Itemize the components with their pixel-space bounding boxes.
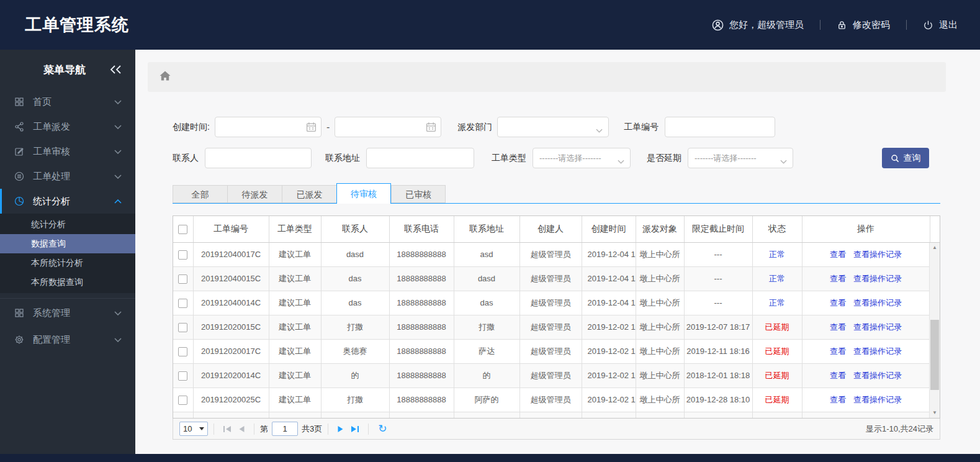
sidebar-item-process[interactable]: 工单处理	[0, 164, 135, 189]
change-password-button[interactable]: 修改密码	[837, 19, 890, 31]
tab-reviewed[interactable]: 已审核	[391, 185, 446, 203]
created-time-start-input[interactable]	[215, 117, 321, 137]
row-checkbox[interactable]	[178, 347, 187, 356]
row-checkbox[interactable]	[178, 299, 187, 308]
cell-type: 建议工单	[269, 339, 321, 363]
search-icon	[891, 154, 899, 163]
cell-created: 2019-12-02 17	[582, 387, 636, 412]
chevron-down-icon	[114, 174, 122, 179]
top-right-menu: 您好，超级管理员 修改密码 退出	[712, 19, 958, 31]
dispatch-dept-select[interactable]	[497, 117, 609, 137]
tab-all[interactable]: 全部	[173, 185, 227, 203]
first-page-button[interactable]	[223, 425, 232, 433]
user-greeting: 您好，超级管理员	[712, 19, 804, 31]
cell-deadline: 2019-12-28 18:10	[684, 387, 752, 412]
is-delayed-label: 是否延期	[647, 153, 681, 164]
cell-creator: 超级管理员	[519, 363, 582, 387]
table-row: 201912020014C建议工单的18888888888的超级管理员2019-…	[173, 363, 940, 387]
divider	[906, 20, 907, 30]
cell-address: asd	[454, 242, 519, 266]
view-log-link[interactable]: 查看操作记录	[853, 346, 902, 356]
tab-to-dispatch[interactable]: 待派发	[227, 185, 282, 203]
chevron-down-icon	[114, 150, 122, 154]
view-log-link[interactable]: 查看操作记录	[853, 371, 902, 380]
view-log-link[interactable]: 查看操作记录	[853, 250, 902, 259]
pie-chart-icon	[14, 196, 24, 206]
row-checkbox[interactable]	[178, 371, 187, 381]
statistics-submenu: 统计分析 数据查询 本所统计分析 本所数据查询	[0, 214, 135, 293]
cell-target: 墩上中心所	[636, 339, 684, 363]
view-link[interactable]: 查看	[830, 298, 846, 307]
range-separator: -	[326, 122, 330, 133]
cell-actions: 查看查看操作记录	[802, 387, 930, 412]
cell-contact: 打撒	[321, 315, 389, 339]
collapse-sidebar-icon[interactable]	[109, 65, 122, 74]
view-log-link[interactable]: 查看操作记录	[853, 395, 902, 404]
view-link[interactable]: 查看	[830, 395, 846, 404]
sidebar-subitem-statistics[interactable]: 统计分析	[0, 215, 135, 234]
sidebar-item-dispatch[interactable]: 工单派发	[0, 114, 135, 139]
select-all-checkbox[interactable]	[178, 225, 187, 234]
view-link[interactable]: 查看	[830, 274, 846, 283]
next-page-button[interactable]	[337, 425, 344, 433]
sidebar-subitem-local-statistics[interactable]: 本所统计分析	[0, 253, 135, 273]
search-button[interactable]: 查询	[882, 148, 929, 168]
col-header: 联系地址	[454, 216, 519, 242]
chevron-up-icon	[114, 199, 122, 204]
view-log-link[interactable]: 查看操作记录	[853, 322, 902, 332]
sidebar-item-config[interactable]: 配置管理	[0, 327, 135, 352]
col-header: 创建人	[519, 216, 582, 242]
prev-page-button[interactable]	[238, 425, 245, 433]
col-header: 联系人	[321, 216, 389, 242]
page-size-select[interactable]: 10	[179, 422, 208, 436]
tab-pending-review[interactable]: 待审核	[336, 183, 391, 204]
scrollbar-thumb[interactable]	[930, 320, 939, 390]
calendar-icon[interactable]	[306, 122, 317, 135]
view-link[interactable]: 查看	[830, 346, 846, 356]
cell-phone: 18888888888	[389, 387, 454, 412]
view-link[interactable]: 查看	[830, 371, 846, 380]
cell-target: 墩上中心所	[636, 315, 684, 339]
last-page-button[interactable]	[351, 425, 359, 433]
refresh-icon[interactable]: ↻	[378, 424, 387, 434]
cell-target: 墩上中心所	[636, 266, 684, 291]
sidebar-item-home[interactable]: 首页	[0, 89, 135, 114]
row-checkbox[interactable]	[178, 396, 187, 405]
scroll-up-icon[interactable]: ▲	[930, 243, 940, 253]
edit-icon	[14, 147, 24, 156]
cell-phone: 18888888888	[389, 363, 454, 387]
logout-button[interactable]: 退出	[923, 19, 958, 31]
view-log-link[interactable]: 查看操作记录	[853, 274, 902, 283]
created-time-end-wrap	[335, 117, 441, 137]
scroll-down-icon[interactable]: ▼	[930, 408, 940, 418]
page-number-input[interactable]	[272, 422, 298, 436]
vertical-scrollbar[interactable]: ▲ ▼	[929, 243, 940, 418]
sidebar-subitem-data-query[interactable]: 数据查询	[0, 234, 135, 253]
created-time-end-input[interactable]	[335, 117, 441, 137]
sidebar-item-system[interactable]: 系统管理	[0, 298, 135, 327]
view-log-link[interactable]: 查看操作记录	[853, 298, 902, 307]
home-icon[interactable]	[159, 70, 171, 84]
calendar-icon[interactable]	[426, 122, 436, 135]
sidebar-item-statistics[interactable]: 统计分析	[0, 189, 135, 214]
col-header: 联系电话	[389, 216, 454, 242]
row-checkbox[interactable]	[178, 323, 187, 332]
view-link[interactable]: 查看	[830, 250, 846, 259]
sidebar-item-review[interactable]: 工单审核	[0, 139, 135, 164]
cell-type: 建议工单	[269, 363, 321, 387]
sidebar-subitem-local-data-query[interactable]: 本所数据查询	[0, 273, 135, 292]
cell-id: 201912020014C	[193, 363, 269, 387]
order-type-select[interactable]: -------请选择-------	[533, 148, 631, 168]
contact-address-input[interactable]	[367, 148, 474, 168]
view-link[interactable]: 查看	[830, 322, 846, 332]
cell-address: das	[454, 291, 519, 315]
is-delayed-select[interactable]: -------请选择-------	[688, 148, 793, 168]
chevron-down-icon	[114, 311, 122, 315]
contact-input[interactable]	[205, 148, 311, 168]
cell-deadline: ---	[684, 242, 752, 266]
row-checkbox[interactable]	[178, 250, 187, 260]
tab-dispatched[interactable]: 已派发	[282, 185, 336, 203]
order-no-input[interactable]	[665, 117, 775, 137]
chevron-down-icon	[114, 338, 122, 342]
row-checkbox[interactable]	[178, 274, 187, 284]
